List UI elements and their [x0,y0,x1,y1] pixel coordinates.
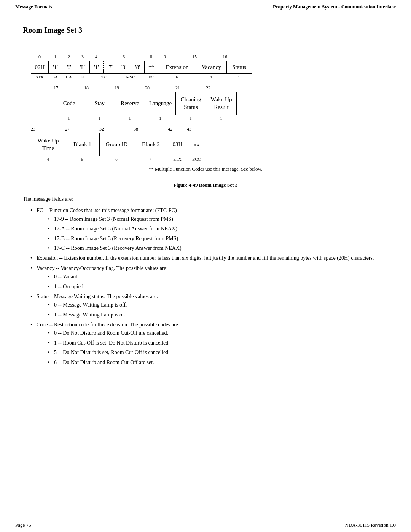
bullet-extension: Extension -- Extension number. If the ex… [30,254,388,262]
cell-7: '7' [104,61,117,74]
body-intro: The message fields are: [23,195,388,203]
bullet-fc-sub: 17-9 -- Room Image Set 3 (Normal Request… [48,215,388,253]
sub-17-9: 17-9 -- Room Image Set 3 (Normal Request… [48,215,388,224]
cell-language: Language [145,92,176,115]
cell-8: '8' [131,61,145,74]
header-left: Message Formats [15,4,52,10]
figure-caption: Figure 4-49 Room Image Set 3 [23,182,388,188]
sub-0-vacant: 0 -- Vacant. [48,273,388,281]
sub-17-c: 17-C -- Room Image Set 3 (Recovery Answe… [48,244,388,252]
row3-numbers-below: 4 5 6 4 ETX BCC [31,157,380,161]
row2-numbers-above: 17 18 19 20 21 22 [54,85,380,91]
cell-ex: '!' [62,61,76,74]
cell-status: Status [227,61,252,74]
sub-17-a: 17-A -- Room Image Set 3 (Normal Answer … [48,225,388,233]
row3-table: Wake UpTime Blank 1 Group ID Blank 2 03H… [31,133,206,156]
sub-lamp-off: 0 -- Message Waiting Lamp is off. [48,301,388,309]
cell-03h: 03H [168,133,187,156]
bullet-code-sub: 0 -- Do Not Disturb and Room Cut-Off are… [48,329,388,367]
bullet-code: Code -- Restriction code for this extens… [30,321,388,367]
row3-numbers-above: 23 27 32 38 42 43 [31,126,380,132]
cell-wakeup-time: Wake UpTime [31,133,65,156]
cell-1q: '1' [49,61,62,74]
sub-17-b: 17-B -- Room Image Set 3 (Recovery Reque… [48,235,388,243]
row2-table: Code Stay Reserve Language CleaningStatu… [54,92,237,115]
bullet-fc: FC -- Function Codes that use this messa… [30,206,388,252]
main-content: Room Image Set 3 0 1 2 3 4 6 8 9 15 16 0… [0,14,411,383]
bullet-vacancy: Vacancy -- Vacancy/Occupancy flag. The p… [30,264,388,291]
sub-code-1: 1 -- Room Cut-Off is set, Do Not Disturb… [48,339,388,347]
cell-02h: 02H [31,61,49,74]
bullet-status: Status - Message Waiting status. The pos… [30,292,388,319]
table-container: 0 1 2 3 4 6 8 9 15 16 02H '1' '!' 'L' '1… [23,46,388,178]
cell-code: Code [54,92,84,115]
cell-3: '3' [117,61,131,74]
sub-code-0: 0 -- Do Not Disturb and Room Cut-Off are… [48,329,388,337]
page-header: Message Formats Property Management Syst… [0,0,411,14]
cell-groupid: Group ID [100,133,134,156]
footer-left: Page 76 [15,522,31,528]
page-footer: Page 76 NDA-30115 Revision 1.0 [0,518,411,532]
bullet-list: FC -- Function Codes that use this messa… [30,206,388,367]
footer-right: NDA-30115 Revision 1.0 [345,522,396,528]
cell-blank1: Blank 1 [65,133,100,156]
row2-wrap: Code Stay Reserve Language CleaningStatu… [54,92,380,115]
section-title: Room Image Set 3 [23,26,388,35]
sub-code-5: 5 -- Do Not Disturb is set, Room Cut-Off… [48,348,388,357]
cell-reserve: Reserve [115,92,145,115]
sub-lamp-on: 1 -- Message Waiting Lamp is on. [48,311,388,319]
row1-numbers-below: STX SA UA EI FTC MSC FC 6 1 1 [31,75,380,79]
cell-1: '1' [90,61,104,74]
cell-wakeup-result: Wake UpResult [206,92,237,115]
cell-ss: ** [145,61,158,74]
header-right: Property Management System - Communicati… [273,4,396,10]
cell-cleaning-status: CleaningStatus [176,92,206,115]
sub-1-occupied: 1 -- Occupied. [48,283,388,291]
sub-code-6: 6 -- Do Not Disturb and Room Cut-Off are… [48,358,388,367]
row1-table: 02H '1' '!' 'L' '1' '7' '3' '8' ** Exten… [31,61,252,74]
row1-numbers-above: 0 1 2 3 4 6 8 9 15 16 [31,54,380,60]
bullet-vacancy-sub: 0 -- Vacant. 1 -- Occupied. [48,273,388,291]
table-footnote: ** Multiple Function Codes use this mess… [31,166,380,172]
cell-vacancy: Vacancy [196,61,227,74]
cell-xx: xx [187,133,206,156]
cell-blank2: Blank 2 [134,133,168,156]
bullet-status-sub: 0 -- Message Waiting Lamp is off. 1 -- M… [48,301,388,319]
cell-L: 'L' [76,61,90,74]
row2-numbers-below: 1 1 1 1 1 1 [54,116,380,120]
cell-extension: Extension [158,61,196,74]
cell-stay: Stay [84,92,115,115]
